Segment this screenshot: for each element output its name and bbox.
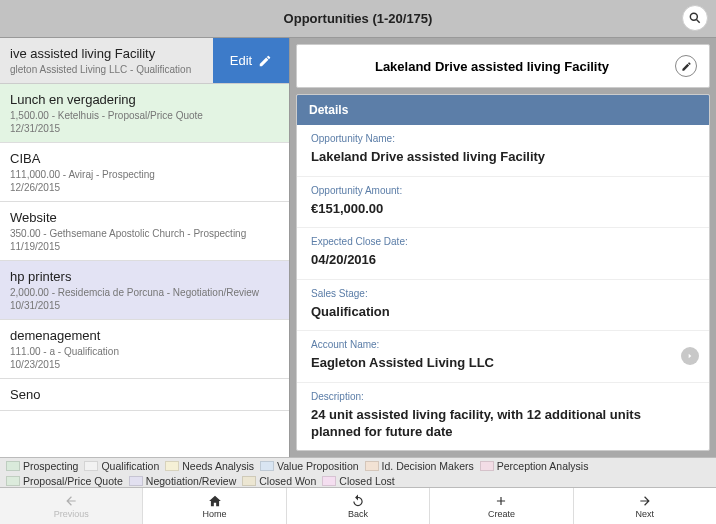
- legend-label: Prospecting: [23, 460, 78, 472]
- detail-section-header: Details: [297, 95, 709, 125]
- legend-item: Qualification: [84, 460, 159, 472]
- list-item[interactable]: Lunch en vergadering1,500.00 - Ketelhuis…: [0, 84, 289, 143]
- legend-item: Needs Analysis: [165, 460, 254, 472]
- field-label: Opportunity Amount:: [311, 185, 695, 196]
- list-item-date: 10/31/2015: [10, 300, 279, 311]
- field-value: Lakeland Drive assisted living Facility: [311, 148, 695, 166]
- legend-swatch: [480, 461, 494, 471]
- list-item[interactable]: Website350.00 - Gethsemane Apostolic Chu…: [0, 202, 289, 261]
- edit-detail-button[interactable]: [675, 55, 697, 77]
- list-item-title: Lunch en vergadering: [10, 92, 279, 107]
- legend-item: Proposal/Price Quote: [6, 475, 123, 487]
- selected-opportunity-sub: gleton Assisted Living LLC - Qualificati…: [10, 64, 203, 75]
- field-value: 04/20/2016: [311, 251, 695, 269]
- list-item-date: 11/19/2015: [10, 241, 279, 252]
- home-icon: [208, 494, 222, 508]
- legend-label: Perception Analysis: [497, 460, 589, 472]
- detail-header: Lakeland Drive assisted living Facility: [296, 44, 710, 88]
- bottom-label: Previous: [54, 509, 89, 519]
- legend-label: Negotiation/Review: [146, 475, 236, 487]
- undo-icon: [351, 494, 365, 508]
- field-opportunity-name: Opportunity Name: Lakeland Drive assiste…: [297, 125, 709, 177]
- edit-button-label: Edit: [230, 53, 252, 68]
- list-item-sub: 2,000.00 - Residemcia de Porcuna - Negot…: [10, 287, 279, 298]
- legend-item: Closed Won: [242, 475, 316, 487]
- field-label: Opportunity Name:: [311, 133, 695, 144]
- field-value: €151,000.00: [311, 200, 695, 218]
- topbar: Opportunities (1-20/175): [0, 0, 716, 38]
- list-item[interactable]: Seno: [0, 379, 289, 411]
- opportunity-list[interactable]: Lunch en vergadering1,500.00 - Ketelhuis…: [0, 84, 289, 457]
- legend-swatch: [129, 476, 143, 486]
- search-icon: [688, 11, 702, 25]
- legend-swatch: [6, 476, 20, 486]
- legend-item: Closed Lost: [322, 475, 394, 487]
- legend-item: Id. Decision Makers: [365, 460, 474, 472]
- list-item[interactable]: demenagement111.00 - a - Qualification10…: [0, 320, 289, 379]
- stage-legend: ProspectingQualificationNeeds AnalysisVa…: [0, 457, 716, 487]
- legend-swatch: [165, 461, 179, 471]
- legend-swatch: [242, 476, 256, 486]
- list-item[interactable]: CIBA111,000.00 - Aviraj - Prospecting12/…: [0, 143, 289, 202]
- next-button[interactable]: Next: [574, 488, 716, 524]
- list-item-sub: 1,500.00 - Ketelhuis - Proposal/Price Qu…: [10, 110, 279, 121]
- create-button[interactable]: Create: [430, 488, 573, 524]
- field-value: Eagleton Assisted Living LLC: [311, 354, 695, 372]
- page-title: Opportunities (1-20/175): [8, 11, 708, 26]
- bottom-label: Next: [636, 509, 655, 519]
- plus-icon: [494, 494, 508, 508]
- arrow-left-icon: [64, 494, 78, 508]
- legend-item: Prospecting: [6, 460, 78, 472]
- selected-opportunity-title: ive assisted living Facility: [10, 46, 203, 61]
- field-value: 24 unit assisted living facility, with 1…: [311, 406, 695, 441]
- pencil-icon: [681, 61, 692, 72]
- list-item-title: CIBA: [10, 151, 279, 166]
- field-label: Expected Close Date:: [311, 236, 695, 247]
- pencil-icon: [258, 54, 272, 68]
- list-item-date: 12/26/2015: [10, 182, 279, 193]
- field-expected-close-date: Expected Close Date: 04/20/2016: [297, 228, 709, 280]
- legend-label: Closed Won: [259, 475, 316, 487]
- home-button[interactable]: Home: [143, 488, 286, 524]
- legend-item: Value Proposition: [260, 460, 359, 472]
- legend-item: Negotiation/Review: [129, 475, 236, 487]
- bottom-label: Create: [488, 509, 515, 519]
- list-item-title: Seno: [10, 387, 279, 402]
- legend-label: Needs Analysis: [182, 460, 254, 472]
- previous-button: Previous: [0, 488, 143, 524]
- detail-pane: Lakeland Drive assisted living Facility …: [290, 38, 716, 457]
- selected-opportunity-row[interactable]: ive assisted living Facility gleton Assi…: [0, 38, 289, 84]
- search-button[interactable]: [682, 5, 708, 31]
- legend-item: Perception Analysis: [480, 460, 589, 472]
- list-item-date: 12/31/2015: [10, 123, 279, 134]
- list-item-title: Website: [10, 210, 279, 225]
- list-item-sub: 111.00 - a - Qualification: [10, 346, 279, 357]
- back-button[interactable]: Back: [287, 488, 430, 524]
- legend-swatch: [322, 476, 336, 486]
- legend-swatch: [6, 461, 20, 471]
- legend-swatch: [260, 461, 274, 471]
- chevron-right-icon: [681, 347, 699, 365]
- list-item-sub: 111,000.00 - Aviraj - Prospecting: [10, 169, 279, 180]
- bottom-label: Home: [203, 509, 227, 519]
- legend-label: Value Proposition: [277, 460, 359, 472]
- list-item-sub: 350.00 - Gethsemane Apostolic Church - P…: [10, 228, 279, 239]
- detail-card: Details Opportunity Name: Lakeland Drive…: [296, 94, 710, 451]
- opportunity-list-pane: ive assisted living Facility gleton Assi…: [0, 38, 290, 457]
- list-item[interactable]: hp printers2,000.00 - Residemcia de Porc…: [0, 261, 289, 320]
- field-label: Account Name:: [311, 339, 695, 350]
- field-account-name[interactable]: Account Name: Eagleton Assisted Living L…: [297, 331, 709, 383]
- field-label: Description:: [311, 391, 695, 402]
- legend-label: Qualification: [101, 460, 159, 472]
- svg-point-0: [690, 13, 697, 20]
- field-opportunity-amount: Opportunity Amount: €151,000.00: [297, 177, 709, 229]
- bottom-nav: Previous Home Back Create Next: [0, 487, 716, 524]
- svg-line-1: [696, 19, 699, 22]
- field-sales-stage: Sales Stage: Qualification: [297, 280, 709, 332]
- legend-label: Proposal/Price Quote: [23, 475, 123, 487]
- edit-button[interactable]: Edit: [213, 38, 289, 83]
- legend-swatch: [84, 461, 98, 471]
- field-value: Qualification: [311, 303, 695, 321]
- list-item-date: 10/23/2015: [10, 359, 279, 370]
- legend-label: Closed Lost: [339, 475, 394, 487]
